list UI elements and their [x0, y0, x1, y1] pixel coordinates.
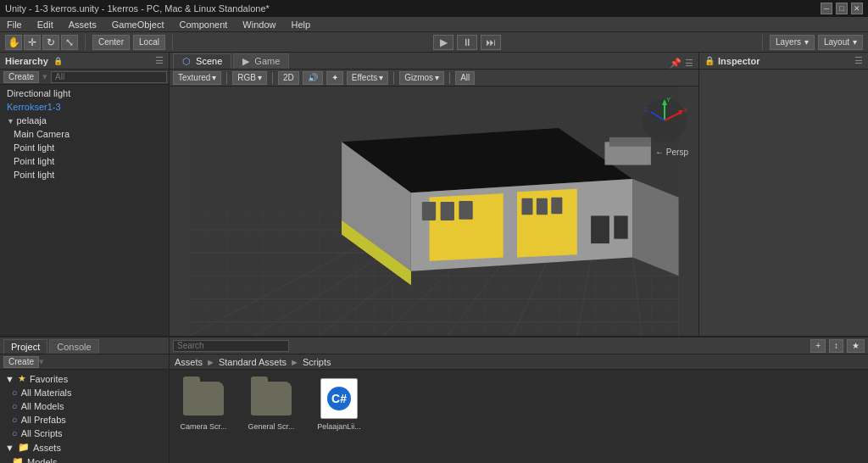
hierarchy-create-button[interactable]: Create [3, 71, 39, 83]
hierarchy-search-input[interactable] [51, 71, 167, 83]
sep1 [85, 35, 86, 50]
general-scripts-label: General Scr... [248, 422, 294, 432]
title-bar: Unity - 1-3 kerros.unity - 1kerros - PC,… [0, 0, 868, 17]
project-star-button[interactable]: ★ [847, 339, 865, 353]
fx-button[interactable]: ✦ [326, 71, 343, 85]
project-sort-button[interactable]: ↕ [829, 339, 843, 353]
assets-models-item[interactable]: 📁 Models [0, 455, 169, 463]
scene-menu-icon[interactable]: ☰ [685, 58, 693, 69]
pause-button[interactable]: ⏸ [457, 35, 477, 50]
tab-console[interactable]: Console [49, 339, 98, 354]
scene-pin-icon[interactable]: 📌 [670, 58, 682, 69]
project-right-toolbar: + ↕ ★ [170, 337, 868, 354]
breadcrumb-scripts[interactable]: Scripts [303, 357, 331, 367]
rotate-tool[interactable]: ↻ [42, 35, 59, 50]
scene-viewport[interactable]: Y X Z ← Persp [170, 86, 698, 336]
rgb-dropdown[interactable]: RGB ▾ [232, 71, 267, 85]
general-scripts-icon [251, 378, 292, 419]
scene-toolbar: Textured ▾ RGB ▾ 2D 🔊 ✦ Effects ▾ Gizmos… [170, 70, 698, 86]
move-tool[interactable]: ✛ [24, 35, 41, 50]
hierarchy-item-kerrokser[interactable]: Kerrokser1-3 [0, 100, 169, 114]
project-search-input[interactable] [173, 340, 289, 352]
tab-game[interactable]: ▶ Game [233, 53, 289, 69]
scene-3d-view [170, 86, 698, 336]
scene-header-controls: 📌 ☰ [670, 58, 698, 69]
project-create-button[interactable]: Create [3, 356, 39, 368]
main-layout: Hierarchy 🔒 ☰ Create ▾ Directional light… [0, 53, 868, 336]
svg-text:Z: Z [644, 106, 648, 114]
close-button[interactable]: ✕ [851, 3, 863, 14]
project-add-button[interactable]: + [810, 339, 826, 353]
favorites-arrow: ▼ [5, 374, 14, 384]
menu-file[interactable]: File [3, 20, 25, 30]
favorites-all-materials[interactable]: ○ All Materials [0, 386, 169, 399]
project-tabs: Project Console [0, 337, 169, 354]
favorites-all-scripts[interactable]: ○ All Scripts [0, 427, 169, 440]
asset-camera-scripts[interactable]: Camera Scr... [178, 378, 229, 432]
playback-controls: ▶ ⏸ ⏭ [180, 35, 755, 50]
hierarchy-item-point-light-2[interactable]: Point light [0, 154, 169, 168]
title-text: Unity - 1-3 kerros.unity - 1kerros - PC,… [5, 3, 270, 14]
step-button[interactable]: ⏭ [481, 35, 501, 50]
favorites-all-models[interactable]: ○ All Models [0, 399, 169, 413]
scene-panel: ⬡ Scene ▶ Game 📌 ☰ Textured ▾ RGB ▾ [170, 53, 698, 336]
breadcrumb-sep1: ► [206, 357, 215, 367]
camera-scripts-icon [183, 378, 224, 419]
minimize-button[interactable]: ─ [821, 3, 832, 14]
menu-assets[interactable]: Assets [65, 20, 100, 30]
st-sep1 [226, 72, 227, 84]
scene-tabs-left: ⬡ Scene ▶ Game [173, 53, 291, 69]
breadcrumb-bar: Assets ► Standard Assets ► Scripts [170, 354, 868, 370]
svg-rect-28 [537, 198, 548, 215]
maximize-button[interactable]: □ [836, 3, 848, 14]
cs-badge: C# [327, 387, 351, 410]
hierarchy-item-main-camera[interactable]: Main Camera [0, 127, 169, 141]
layout-dropdown[interactable]: Layout ▾ [818, 35, 863, 50]
asset-general-scripts[interactable]: General Scr... [246, 378, 297, 432]
breadcrumb-standard-assets[interactable]: Standard Assets [219, 357, 287, 367]
all-button[interactable]: All [455, 71, 475, 85]
tab-project[interactable]: Project [3, 339, 47, 354]
menu-window[interactable]: Window [239, 20, 279, 30]
2d-button[interactable]: 2D [278, 71, 299, 85]
center-button[interactable]: Center [92, 35, 130, 50]
play-button[interactable]: ▶ [433, 35, 453, 50]
hierarchy-menu-icon[interactable]: ☰ [155, 55, 164, 66]
effects-dropdown[interactable]: Effects ▾ [347, 71, 388, 85]
svg-rect-25 [441, 202, 454, 220]
scale-tool[interactable]: ⤡ [61, 35, 78, 50]
inspector-lock-icon: 🔒 [704, 56, 715, 65]
audio-button[interactable]: 🔊 [303, 71, 323, 85]
hierarchy-title: Hierarchy [5, 56, 48, 66]
favorites-section[interactable]: ▼ ★ Favorites [0, 371, 169, 386]
menu-component[interactable]: Component [175, 20, 231, 30]
local-button[interactable]: Local [133, 35, 165, 50]
favorites-all-prefabs[interactable]: ○ All Prefabs [0, 413, 169, 427]
hierarchy-item-point-light-1[interactable]: Point light [0, 141, 169, 154]
hand-tool[interactable]: ✋ [5, 35, 22, 50]
hierarchy-header: Hierarchy 🔒 ☰ [0, 53, 169, 70]
gizmos-dropdown[interactable]: Gizmos ▾ [399, 71, 444, 85]
hierarchy-panel: Hierarchy 🔒 ☰ Create ▾ Directional light… [0, 53, 170, 336]
layers-dropdown[interactable]: Layers ▾ [770, 35, 815, 50]
perspective-label: ← Persp [655, 148, 688, 157]
menu-help[interactable]: Help [287, 20, 314, 30]
textured-dropdown[interactable]: Textured ▾ [173, 71, 221, 85]
sep3 [762, 35, 763, 50]
tab-scene[interactable]: ⬡ Scene [173, 53, 231, 69]
st-sep4 [449, 72, 450, 84]
assets-section[interactable]: ▼ 📁 Assets [0, 440, 169, 455]
circle-icon4: ○ [12, 428, 18, 438]
folder-icon-camera [183, 382, 224, 416]
project-left-panel: Project Console Create ▾ ▼ ★ Favorites ○… [0, 337, 170, 463]
menu-gameobject[interactable]: GameObject [108, 20, 168, 30]
scene-game-tabs: ⬡ Scene ▶ Game 📌 ☰ [170, 53, 698, 70]
breadcrumb-assets[interactable]: Assets [175, 357, 203, 367]
hierarchy-item-directional-light[interactable]: Directional light [0, 86, 169, 100]
menu-edit[interactable]: Edit [34, 20, 57, 30]
hierarchy-item-pelaaja[interactable]: pelaaja [0, 114, 169, 127]
hierarchy-item-point-light-3[interactable]: Point light [0, 168, 169, 181]
assets-arrow: ▼ [5, 443, 14, 453]
inspector-menu-icon[interactable]: ☰ [854, 55, 863, 66]
asset-pelaajan-liik[interactable]: C# PelaajanLii... [314, 378, 364, 432]
